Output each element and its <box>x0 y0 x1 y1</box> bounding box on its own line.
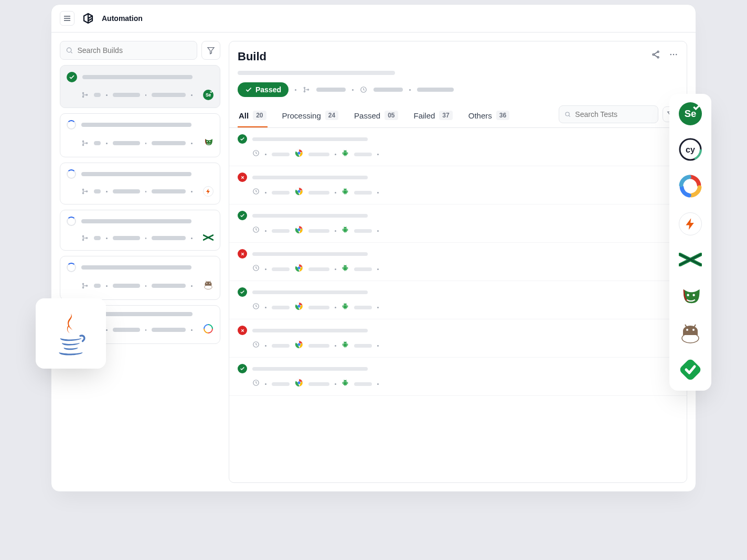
status-pass-icon <box>238 287 247 297</box>
clock-icon <box>252 188 260 197</box>
svg-point-19 <box>86 238 87 239</box>
android-icon <box>342 341 349 350</box>
svg-point-24 <box>206 283 207 284</box>
funnel-icon <box>207 46 215 55</box>
svg-line-26 <box>206 281 206 282</box>
svg-point-12 <box>207 141 208 142</box>
svg-rect-83 <box>347 267 348 269</box>
svg-line-92 <box>344 303 345 304</box>
hamburger-menu-button[interactable] <box>60 11 74 26</box>
rail-cypress[interactable]: cy <box>679 139 702 162</box>
svg-rect-101 <box>347 343 348 346</box>
status-processing-icon <box>67 263 76 272</box>
test-name-placeholder <box>252 176 368 179</box>
playwright-icon <box>679 285 702 310</box>
svg-line-66 <box>344 188 345 189</box>
java-icon <box>50 310 92 357</box>
svg-point-47 <box>565 112 569 116</box>
branch-icon <box>303 86 310 93</box>
test-row[interactable] <box>229 204 687 243</box>
svg-point-14 <box>82 189 83 190</box>
search-builds-box[interactable] <box>60 41 197 60</box>
tab-label: All <box>239 111 249 120</box>
tab-processing[interactable]: Processing24 <box>281 105 340 127</box>
framework-icon <box>203 137 214 149</box>
rail-bolt[interactable] <box>679 212 702 235</box>
java-popup-card[interactable] <box>36 298 106 369</box>
svg-point-13 <box>209 141 210 142</box>
build-card[interactable]: Se <box>60 65 220 108</box>
builds-sidebar: Se <box>60 41 220 483</box>
rail-playwright[interactable] <box>679 286 702 309</box>
tab-count: 37 <box>439 111 452 120</box>
svg-point-114 <box>687 294 689 296</box>
status-pass-icon <box>67 72 77 82</box>
build-title: Build <box>238 50 266 63</box>
filter-builds-button[interactable] <box>201 41 220 60</box>
build-card[interactable] <box>60 163 220 204</box>
test-row[interactable] <box>229 281 687 319</box>
android-icon <box>342 379 349 389</box>
clock-icon <box>252 264 260 274</box>
share-button[interactable] <box>651 50 660 59</box>
rail-katalon[interactable] <box>679 359 702 382</box>
svg-point-62 <box>297 190 301 193</box>
test-row[interactable] <box>229 243 687 281</box>
page-title: Automation <box>102 14 143 23</box>
test-row[interactable] <box>229 319 687 358</box>
svg-rect-64 <box>343 190 343 192</box>
app-window: Automation <box>51 4 696 492</box>
svg-line-119 <box>685 325 687 327</box>
svg-point-20 <box>82 283 83 284</box>
tests-list <box>229 128 687 396</box>
test-name-placeholder <box>252 367 368 371</box>
build-card[interactable] <box>60 113 220 157</box>
svg-line-102 <box>344 341 345 342</box>
test-row[interactable] <box>229 166 687 204</box>
search-tests-box[interactable] <box>559 105 658 123</box>
rail-appium[interactable] <box>679 176 702 199</box>
status-fail-icon <box>238 326 247 335</box>
tab-failed[interactable]: Failed37 <box>413 105 454 127</box>
bolt-icon <box>679 212 702 235</box>
aosp-icon <box>679 321 702 347</box>
clock-icon <box>252 149 260 159</box>
svg-point-52 <box>297 152 301 155</box>
rail-xcui[interactable] <box>679 249 702 272</box>
svg-point-41 <box>673 54 674 55</box>
build-card[interactable] <box>60 210 220 251</box>
svg-point-45 <box>307 89 308 90</box>
more-options-button[interactable] <box>669 50 678 59</box>
clock-icon <box>252 341 260 350</box>
svg-point-16 <box>86 191 87 192</box>
svg-point-11 <box>86 143 87 144</box>
chrome-icon <box>295 264 303 274</box>
svg-line-110 <box>344 380 345 380</box>
tab-passed[interactable]: Passed05 <box>353 105 399 127</box>
tab-label: Passed <box>354 111 380 120</box>
svg-point-7 <box>82 96 83 97</box>
android-icon <box>342 303 349 312</box>
test-row[interactable] <box>229 128 687 166</box>
rail-selenium[interactable]: Se <box>679 102 702 125</box>
rail-aosp[interactable] <box>679 322 702 346</box>
svg-rect-108 <box>343 382 343 384</box>
header: Automation <box>51 5 696 33</box>
svg-rect-90 <box>343 305 343 307</box>
chrome-icon <box>295 149 303 159</box>
svg-point-10 <box>82 144 83 145</box>
test-row[interactable] <box>229 358 687 396</box>
katalon-icon <box>679 358 702 383</box>
clock-icon <box>252 303 260 312</box>
search-tests-input[interactable] <box>575 110 653 119</box>
svg-line-38 <box>654 52 657 55</box>
build-card[interactable] <box>60 256 220 300</box>
tab-others[interactable]: Others36 <box>467 105 510 127</box>
search-builds-input[interactable] <box>78 46 192 55</box>
svg-point-42 <box>676 54 677 55</box>
android-icon <box>342 264 349 274</box>
status-processing-icon <box>67 169 76 179</box>
build-name-placeholder <box>81 265 191 270</box>
status-fail-icon <box>238 173 247 182</box>
tab-all[interactable]: All20 <box>238 105 268 127</box>
